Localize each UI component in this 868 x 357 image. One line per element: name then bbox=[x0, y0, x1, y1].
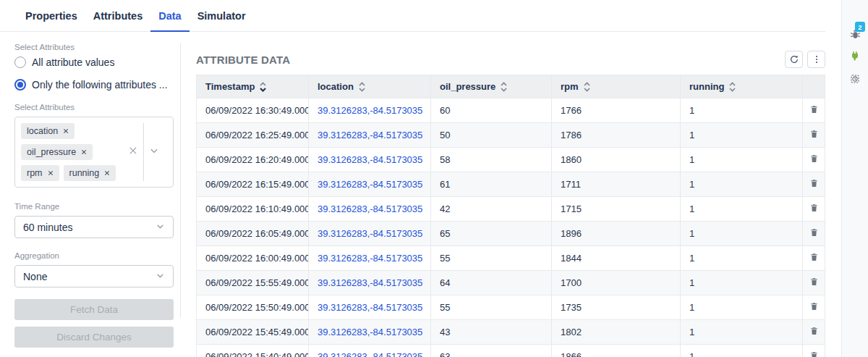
column-header-timestamp[interactable]: Timestamp bbox=[197, 75, 309, 98]
sort-icon[interactable] bbox=[584, 82, 590, 92]
chip-label: running bbox=[69, 168, 100, 178]
right-toolbar: 2 bbox=[841, 0, 868, 357]
aggregation-select[interactable]: None bbox=[14, 265, 174, 287]
rpm-cell: 1700 bbox=[552, 271, 681, 295]
column-header-running[interactable]: running bbox=[681, 75, 803, 98]
timestamp-cell: 06/09/2022 15:50:49.000 bbox=[197, 295, 309, 320]
location-link[interactable]: 39.3126283,-84.5173035 bbox=[318, 203, 422, 214]
attribute-chip-rpm[interactable]: rpm bbox=[21, 165, 59, 181]
actions-cell bbox=[803, 123, 825, 148]
location-link[interactable]: 39.3126283,-84.5173035 bbox=[318, 179, 422, 190]
chevron-down-icon bbox=[156, 222, 165, 233]
location-link[interactable]: 39.3126283,-84.5173035 bbox=[318, 228, 422, 239]
delete-row-icon[interactable] bbox=[809, 180, 819, 190]
plug-icon[interactable] bbox=[848, 50, 861, 63]
discard-changes-button[interactable]: Discard Changes bbox=[14, 327, 174, 348]
sort-icon[interactable] bbox=[260, 82, 266, 92]
sort-icon[interactable] bbox=[501, 82, 507, 92]
oil-pressure-cell: 43 bbox=[431, 320, 552, 345]
attribute-chip-oil-pressure[interactable]: oil_pressure bbox=[21, 144, 93, 160]
location-link[interactable]: 39.3126283,-84.5173035 bbox=[318, 327, 422, 337]
location-link[interactable]: 39.3126283,-84.5173035 bbox=[318, 253, 422, 264]
location-link[interactable]: 39.3126283,-84.5173035 bbox=[318, 351, 422, 357]
chip-remove-icon[interactable] bbox=[48, 168, 54, 178]
table-row: 06/09/2022 15:55:49.00039.3126283,-84.51… bbox=[197, 271, 825, 295]
delete-row-icon[interactable] bbox=[809, 327, 819, 338]
timestamp-cell: 06/09/2022 16:00:49.000 bbox=[197, 246, 309, 271]
kebab-menu-icon bbox=[812, 54, 822, 64]
chip-clock-icon[interactable] bbox=[848, 72, 861, 85]
tab-properties[interactable]: Properties bbox=[17, 0, 85, 31]
location-link[interactable]: 39.3126283,-84.5173035 bbox=[318, 154, 422, 165]
tab-attributes[interactable]: Attributes bbox=[85, 0, 150, 31]
radio-only-label: Only the following attributes ... bbox=[32, 79, 168, 91]
delete-row-icon[interactable] bbox=[809, 352, 819, 357]
delete-row-icon[interactable] bbox=[809, 229, 819, 240]
running-cell: 1 bbox=[681, 345, 803, 357]
attributes-multiselect[interactable]: locationoil_pressurerpmrunning bbox=[14, 117, 174, 188]
tab-simulator[interactable]: Simulator bbox=[190, 0, 254, 31]
rpm-cell: 1802 bbox=[552, 320, 681, 345]
sort-icon[interactable] bbox=[729, 82, 736, 92]
actions-cell bbox=[803, 320, 825, 345]
running-cell: 1 bbox=[681, 148, 803, 172]
clear-all-icon[interactable] bbox=[128, 146, 138, 159]
location-link[interactable]: 39.3126283,-84.5173035 bbox=[318, 302, 422, 313]
device-data-page: PropertiesAttributesDataSimulator Select… bbox=[0, 0, 868, 357]
column-label: oil_pressure bbox=[440, 81, 495, 92]
attribute-data-table: Timestamplocationoil_pressurerpmrunning … bbox=[196, 75, 825, 357]
location-cell: 39.3126283,-84.5173035 bbox=[309, 222, 431, 246]
radio-all-attribute-values[interactable]: All attribute values bbox=[14, 56, 174, 68]
attribute-chip-running[interactable]: running bbox=[64, 165, 116, 181]
aggregation-label: Aggregation bbox=[14, 251, 174, 260]
column-header-rpm[interactable]: rpm bbox=[552, 75, 681, 98]
timestamp-cell: 06/09/2022 15:40:49.000 bbox=[197, 345, 309, 357]
column-header-oil-pressure[interactable]: oil_pressure bbox=[431, 75, 552, 98]
tab-data[interactable]: Data bbox=[150, 0, 189, 31]
running-cell: 1 bbox=[681, 172, 803, 197]
delete-row-icon[interactable] bbox=[809, 130, 819, 141]
delete-row-icon[interactable] bbox=[809, 155, 819, 166]
notification-badge: 2 bbox=[855, 22, 865, 32]
sidebar-divider bbox=[180, 43, 181, 318]
running-cell: 1 bbox=[681, 246, 803, 271]
timestamp-cell: 06/09/2022 15:55:49.000 bbox=[197, 271, 309, 295]
attribute-data-panel: ATTRIBUTE DATA Timestamplocation bbox=[196, 32, 825, 357]
chip-remove-icon[interactable] bbox=[104, 168, 110, 178]
rpm-cell: 1860 bbox=[552, 148, 681, 172]
delete-row-icon[interactable] bbox=[809, 278, 819, 289]
location-cell: 39.3126283,-84.5173035 bbox=[309, 295, 431, 320]
chevron-down-icon[interactable] bbox=[149, 146, 159, 159]
running-cell: 1 bbox=[681, 222, 803, 246]
oil-pressure-cell: 55 bbox=[431, 246, 552, 271]
timestamp-cell: 06/09/2022 16:10:49.000 bbox=[197, 197, 309, 222]
column-header-actions bbox=[803, 75, 825, 98]
table-body: 06/09/2022 16:30:49.00039.3126283,-84.51… bbox=[197, 98, 825, 357]
time-range-select[interactable]: 60 minutes bbox=[14, 216, 174, 238]
rpm-cell: 1896 bbox=[552, 222, 681, 246]
delete-row-icon[interactable] bbox=[809, 106, 819, 117]
refresh-button[interactable] bbox=[785, 51, 803, 68]
radio-selected-icon[interactable] bbox=[14, 79, 26, 91]
actions-cell bbox=[803, 197, 825, 222]
location-link[interactable]: 39.3126283,-84.5173035 bbox=[318, 277, 422, 288]
delete-row-icon[interactable] bbox=[809, 303, 819, 314]
table-options-button[interactable] bbox=[807, 51, 825, 68]
chip-remove-icon[interactable] bbox=[63, 126, 69, 136]
bug-icon[interactable]: 2 bbox=[848, 28, 861, 41]
filter-mode-label: Select Attributes bbox=[14, 43, 174, 51]
oil-pressure-cell: 61 bbox=[431, 172, 552, 197]
column-header-location[interactable]: location bbox=[309, 75, 431, 98]
radio-only-following-attributes[interactable]: Only the following attributes ... bbox=[14, 79, 174, 91]
attribute-chip-location[interactable]: location bbox=[21, 123, 75, 139]
chip-remove-icon[interactable] bbox=[81, 147, 87, 157]
location-link[interactable]: 39.3126283,-84.5173035 bbox=[318, 105, 422, 116]
fetch-data-button[interactable]: Fetch Data bbox=[14, 299, 174, 320]
delete-row-icon[interactable] bbox=[809, 253, 819, 264]
attribute-chips: locationoil_pressurerpmrunning bbox=[21, 123, 128, 181]
delete-row-icon[interactable] bbox=[809, 204, 819, 215]
sort-icon[interactable] bbox=[359, 82, 365, 92]
table-row: 06/09/2022 16:05:49.00039.3126283,-84.51… bbox=[197, 222, 825, 246]
location-link[interactable]: 39.3126283,-84.5173035 bbox=[318, 130, 422, 140]
radio-icon[interactable] bbox=[14, 56, 26, 68]
